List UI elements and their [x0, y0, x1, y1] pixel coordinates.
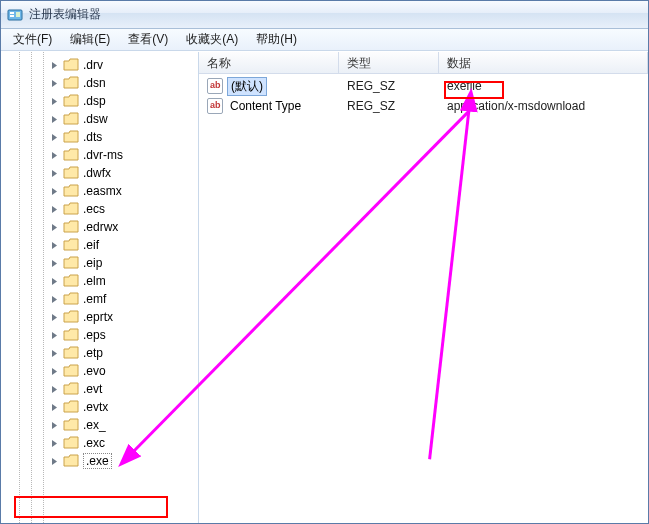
folder-icon: [63, 454, 79, 468]
tree-item-label: .dsp: [83, 94, 106, 108]
expander-icon[interactable]: [49, 132, 60, 143]
expander-icon[interactable]: [49, 330, 60, 341]
folder-icon: [63, 94, 79, 108]
tree-item[interactable]: .easmx: [1, 182, 198, 200]
tree-item[interactable]: .evo: [1, 362, 198, 380]
menu-favorites[interactable]: 收藏夹(A): [178, 29, 246, 50]
tree-item-label: .elm: [83, 274, 106, 288]
folder-icon: [63, 418, 79, 432]
list-row[interactable]: Content TypeREG_SZapplication/x-msdownlo…: [199, 96, 648, 116]
reg-string-icon: [207, 78, 223, 94]
svg-rect-1: [10, 12, 14, 14]
folder-icon: [63, 346, 79, 360]
folder-icon: [63, 220, 79, 234]
folder-icon: [63, 274, 79, 288]
value-name: Content Type: [227, 99, 304, 113]
expander-icon[interactable]: [49, 186, 60, 197]
expander-icon[interactable]: [49, 96, 60, 107]
tree-item[interactable]: .eif: [1, 236, 198, 254]
expander-icon[interactable]: [49, 312, 60, 323]
expander-icon[interactable]: [49, 420, 60, 431]
menu-edit[interactable]: 编辑(E): [62, 29, 118, 50]
tree-item-label: .eif: [83, 238, 99, 252]
list-header: 名称 类型 数据: [199, 52, 648, 74]
menu-help[interactable]: 帮助(H): [248, 29, 305, 50]
cell-type: REG_SZ: [339, 79, 439, 93]
tree-item[interactable]: .dsw: [1, 110, 198, 128]
tree-item[interactable]: .dts: [1, 128, 198, 146]
tree-item[interactable]: .elm: [1, 272, 198, 290]
tree-item[interactable]: .dsn: [1, 74, 198, 92]
expander-icon[interactable]: [49, 114, 60, 125]
expander-icon[interactable]: [49, 222, 60, 233]
tree-item-label: .ex_: [83, 418, 106, 432]
menu-file[interactable]: 文件(F): [5, 29, 60, 50]
tree-item-label: .easmx: [83, 184, 122, 198]
list-pane[interactable]: 名称 类型 数据 (默认)REG_SZexefileContent TypeRE…: [199, 52, 648, 523]
col-header-type[interactable]: 类型: [339, 52, 439, 73]
tree-pane[interactable]: .drv.dsn.dsp.dsw.dts.dvr-ms.dwfx.easmx.e…: [1, 52, 199, 523]
reg-string-icon: [207, 98, 223, 114]
tree-item[interactable]: .dwfx: [1, 164, 198, 182]
value-name: (默认): [227, 77, 267, 96]
registry-tree[interactable]: .drv.dsn.dsp.dsw.dts.dvr-ms.dwfx.easmx.e…: [1, 52, 198, 523]
folder-icon: [63, 328, 79, 342]
expander-icon[interactable]: [49, 78, 60, 89]
expander-icon[interactable]: [49, 204, 60, 215]
expander-icon[interactable]: [49, 402, 60, 413]
expander-icon[interactable]: [49, 258, 60, 269]
cell-name: (默认): [199, 77, 339, 96]
tree-item[interactable]: .exe: [1, 452, 198, 470]
expander-icon[interactable]: [49, 276, 60, 287]
list-row[interactable]: (默认)REG_SZexefile: [199, 76, 648, 96]
folder-icon: [63, 256, 79, 270]
expander-icon[interactable]: [49, 456, 60, 467]
tree-item[interactable]: .etp: [1, 344, 198, 362]
svg-rect-2: [10, 15, 14, 17]
expander-icon[interactable]: [49, 150, 60, 161]
tree-item[interactable]: .drv: [1, 56, 198, 74]
tree-item[interactable]: .dvr-ms: [1, 146, 198, 164]
col-header-name[interactable]: 名称: [199, 52, 339, 73]
tree-item[interactable]: .emf: [1, 290, 198, 308]
expander-icon[interactable]: [49, 240, 60, 251]
expander-icon[interactable]: [49, 348, 60, 359]
expander-icon[interactable]: [49, 60, 60, 71]
expander-icon[interactable]: [49, 294, 60, 305]
titlebar: 注册表编辑器: [1, 1, 648, 29]
menu-view[interactable]: 查看(V): [120, 29, 176, 50]
tree-item-label: .exc: [83, 436, 105, 450]
tree-item[interactable]: .exc: [1, 434, 198, 452]
svg-rect-3: [16, 12, 20, 17]
folder-icon: [63, 238, 79, 252]
tree-item-label: .eprtx: [83, 310, 113, 324]
tree-item[interactable]: .dsp: [1, 92, 198, 110]
folder-icon: [63, 382, 79, 396]
tree-item[interactable]: .evtx: [1, 398, 198, 416]
folder-icon: [63, 130, 79, 144]
tree-item-label: .exe: [83, 453, 112, 469]
tree-item[interactable]: .evt: [1, 380, 198, 398]
folder-icon: [63, 58, 79, 72]
tree-item[interactable]: .eps: [1, 326, 198, 344]
folder-icon: [63, 202, 79, 216]
folder-icon: [63, 436, 79, 450]
folder-icon: [63, 292, 79, 306]
tree-item[interactable]: .ex_: [1, 416, 198, 434]
folder-icon: [63, 148, 79, 162]
expander-icon[interactable]: [49, 168, 60, 179]
cell-data: application/x-msdownload: [439, 99, 648, 113]
expander-icon[interactable]: [49, 366, 60, 377]
col-header-data[interactable]: 数据: [439, 52, 648, 73]
tree-item[interactable]: .edrwx: [1, 218, 198, 236]
tree-item[interactable]: .eprtx: [1, 308, 198, 326]
list-body[interactable]: (默认)REG_SZexefileContent TypeREG_SZappli…: [199, 74, 648, 116]
folder-icon: [63, 76, 79, 90]
tree-item[interactable]: .ecs: [1, 200, 198, 218]
tree-item[interactable]: .eip: [1, 254, 198, 272]
cell-name: Content Type: [199, 98, 339, 114]
expander-icon[interactable]: [49, 384, 60, 395]
expander-icon[interactable]: [49, 438, 60, 449]
folder-icon: [63, 400, 79, 414]
folder-icon: [63, 112, 79, 126]
